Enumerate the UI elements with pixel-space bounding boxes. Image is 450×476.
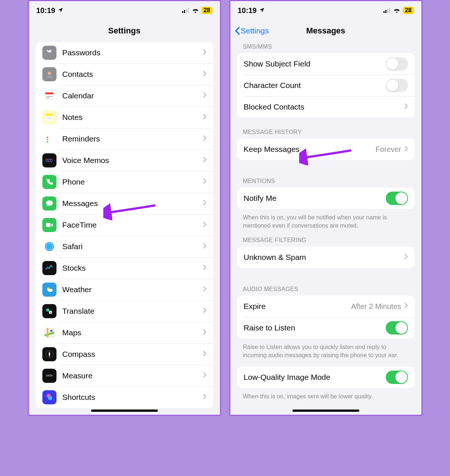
weather-icon: [42, 283, 56, 297]
row-show-subject[interactable]: Show Subject Field: [237, 53, 415, 75]
page-title: Messages: [306, 26, 345, 36]
svg-rect-3: [188, 8, 189, 13]
chevron-right-icon: [203, 286, 207, 293]
group-history: Keep Messages Forever: [237, 138, 415, 160]
toggle-notify-me[interactable]: [386, 192, 408, 205]
group-header-filtering: MESSAGE FILTERING: [230, 237, 421, 247]
row-character-count[interactable]: Character Count: [237, 75, 415, 96]
row-label: Safari: [62, 242, 203, 251]
toggle-raise-to-listen[interactable]: [386, 321, 408, 335]
settings-row-measure[interactable]: Measure: [36, 365, 213, 387]
row-label: Expire: [244, 302, 351, 311]
row-unknown-spam[interactable]: Unknown & Spam: [237, 247, 415, 268]
svg-rect-21: [46, 223, 50, 227]
svg-text:文: 文: [47, 309, 49, 311]
status-time: 10:19: [36, 6, 55, 15]
settings-list-content[interactable]: PasswordsContactsCalendarNotesRemindersV…: [29, 42, 220, 415]
settings-row-facetime[interactable]: FaceTime: [36, 214, 213, 236]
svg-point-8: [48, 96, 49, 97]
wifi-icon: [393, 6, 401, 15]
chevron-right-icon: [203, 372, 207, 379]
row-label: Phone: [62, 177, 203, 186]
row-keep-messages[interactable]: Keep Messages Forever: [237, 138, 415, 160]
back-label: Settings: [241, 26, 269, 35]
chevron-right-icon: [203, 221, 207, 229]
group-audio: Expire After 2 Minutes Raise to Listen: [237, 296, 415, 339]
settings-row-weather[interactable]: Weather: [36, 279, 213, 300]
group-header-audio: AUDIO MESSAGES: [230, 286, 421, 296]
toggle-show-subject[interactable]: [386, 57, 408, 71]
row-expire[interactable]: Expire After 2 Minutes: [237, 296, 415, 317]
svg-point-7: [47, 96, 48, 97]
settings-row-maps[interactable]: Maps: [36, 322, 213, 343]
contacts-icon: [42, 67, 56, 81]
status-time: 10:19: [238, 6, 257, 15]
settings-row-notes[interactable]: Notes: [36, 107, 213, 128]
svg-point-20: [47, 141, 48, 143]
messages-icon: [42, 196, 56, 211]
settings-row-reminders[interactable]: Reminders: [36, 128, 213, 150]
messages-settings-content[interactable]: SMS/MMS Show Subject Field Character Cou…: [230, 42, 421, 415]
group-filtering: Unknown & Spam: [237, 247, 415, 268]
battery-badge: 28: [403, 7, 414, 14]
key-icon: [42, 46, 56, 60]
chevron-right-icon: [203, 178, 207, 186]
group-header-sms: SMS/MMS: [230, 43, 421, 53]
settings-row-phone[interactable]: Phone: [36, 171, 213, 193]
svg-point-24: [46, 243, 53, 250]
chevron-right-icon: [203, 329, 207, 336]
chevron-right-icon: [203, 394, 207, 401]
settings-row-translate[interactable]: 文ATranslate: [36, 300, 213, 322]
svg-rect-0: [182, 11, 183, 13]
row-label: Notify Me: [244, 194, 386, 203]
row-label: FaceTime: [62, 221, 203, 229]
row-label: Messages: [62, 199, 203, 208]
row-label: Weather: [62, 285, 203, 294]
group-sms: Show Subject Field Character Count Block…: [237, 53, 415, 118]
row-label: Contacts: [62, 70, 203, 79]
chevron-right-icon: [404, 254, 408, 261]
phone-left-settings: 10:19 28 Settings PasswordsContactsCalen…: [28, 0, 221, 416]
back-button[interactable]: Settings: [235, 26, 269, 35]
chevron-right-icon: [404, 103, 408, 111]
group-mentions: Notify Me: [237, 188, 415, 209]
settings-row-calendar[interactable]: Calendar: [36, 85, 213, 107]
chevron-right-icon: [203, 307, 207, 315]
compass-icon: [42, 347, 56, 361]
settings-row-compass[interactable]: Compass: [36, 343, 213, 365]
reminders-icon: [42, 132, 56, 146]
maps-icon: [42, 326, 56, 340]
row-label: Blocked Contacts: [244, 102, 404, 111]
settings-row-stocks[interactable]: Stocks: [36, 257, 213, 279]
row-low-quality-image[interactable]: Low-Quality Image Mode: [237, 366, 415, 388]
home-indicator[interactable]: [292, 410, 359, 412]
wifi-icon: [192, 6, 199, 15]
settings-row-voice-memos[interactable]: Voice Memos: [36, 150, 213, 171]
svg-rect-14: [46, 114, 53, 116]
settings-row-messages[interactable]: Messages: [36, 193, 213, 214]
chevron-right-icon: [203, 49, 207, 56]
row-label: Show Subject Field: [244, 59, 386, 68]
row-value: After 2 Minutes: [351, 302, 401, 311]
stocks-icon: [42, 261, 56, 275]
chevron-right-icon: [203, 114, 207, 121]
home-indicator[interactable]: [91, 410, 158, 412]
chevron-right-icon: [404, 146, 408, 153]
nav-bar: Settings Messages: [230, 20, 421, 42]
toggle-character-count[interactable]: [386, 79, 408, 92]
settings-row-contacts[interactable]: Contacts: [36, 63, 213, 85]
row-value: Forever: [376, 145, 401, 154]
toggle-low-quality[interactable]: [386, 371, 408, 384]
settings-row-passwords[interactable]: Passwords: [36, 42, 213, 63]
settings-row-safari[interactable]: Safari: [36, 236, 213, 257]
settings-row-shortcuts[interactable]: Shortcuts: [36, 387, 213, 408]
svg-text:A: A: [50, 311, 52, 313]
chevron-right-icon: [203, 135, 207, 143]
row-blocked-contacts[interactable]: Blocked Contacts: [237, 96, 415, 118]
row-raise-to-listen[interactable]: Raise to Listen: [237, 317, 415, 339]
group-footer-mentions: When this is on, you will be notified wh…: [230, 211, 421, 237]
row-notify-me[interactable]: Notify Me: [237, 188, 415, 209]
svg-point-10: [51, 96, 52, 97]
battery-badge: 28: [201, 7, 213, 14]
page-title: Settings: [108, 26, 140, 36]
